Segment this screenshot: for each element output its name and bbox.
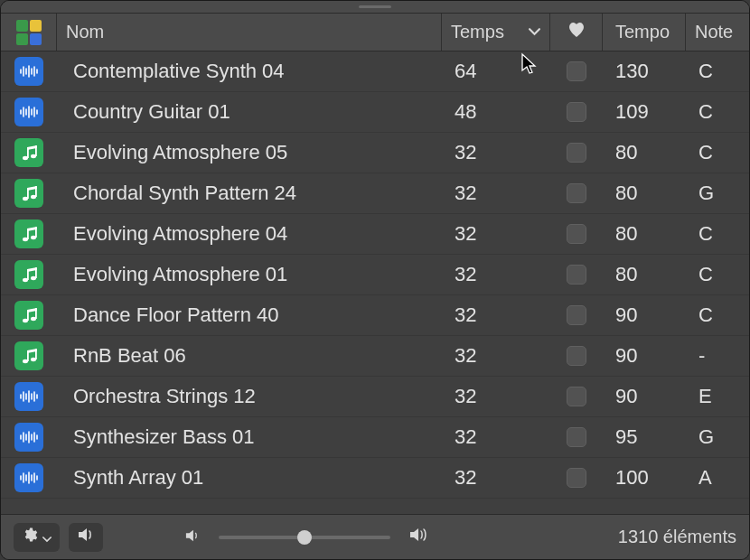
loop-key: C (698, 222, 713, 246)
favorite-cell (550, 214, 603, 254)
favorite-cell (550, 133, 603, 173)
loop-name-cell: Synthesizer Bass 01 (57, 417, 442, 457)
music-notes-icon (14, 341, 43, 370)
column-header-beats[interactable]: Temps (442, 14, 550, 51)
loop-tempo: 100 (615, 466, 649, 490)
loop-tempo: 130 (615, 60, 649, 83)
music-notes-icon (14, 219, 43, 248)
favorite-checkbox[interactable] (567, 102, 586, 122)
list-item[interactable]: Synth Array 0132100A (1, 458, 749, 499)
favorite-cell (550, 51, 603, 91)
volume-low-icon (184, 527, 201, 547)
loop-key-cell: C (686, 214, 749, 254)
loop-type-cell (1, 336, 57, 376)
favorite-checkbox[interactable] (567, 183, 586, 203)
loop-type-cell (1, 295, 57, 335)
favorite-cell (550, 295, 603, 335)
loop-tempo: 90 (615, 385, 637, 408)
audio-waveform-icon (14, 98, 43, 126)
loop-name-cell: Country Guitar 01 (57, 92, 442, 132)
loop-key-cell: C (686, 255, 749, 294)
list-item[interactable]: Evolving Atmosphere 053280C (1, 133, 749, 173)
loop-name-cell: Evolving Atmosphere 01 (57, 255, 442, 294)
favorite-checkbox[interactable] (567, 143, 586, 163)
loop-name-cell: RnB Beat 06 (57, 336, 442, 376)
favorite-cell (550, 92, 603, 132)
list-item[interactable]: Orchestra Strings 123290E (1, 377, 749, 417)
loop-key-cell: C (686, 92, 749, 132)
loop-key: C (698, 60, 713, 83)
loop-tempo: 95 (615, 425, 637, 449)
loop-type-cell (1, 51, 57, 91)
loop-name: Orchestra Strings 12 (73, 385, 256, 408)
list-item[interactable]: Synthesizer Bass 013295G (1, 417, 749, 458)
loop-key-cell: G (686, 417, 749, 457)
loop-tempo: 90 (615, 344, 637, 368)
list-item[interactable]: RnB Beat 063290- (1, 336, 749, 377)
favorite-checkbox[interactable] (567, 468, 586, 488)
favorite-checkbox[interactable] (567, 305, 586, 325)
list-item[interactable]: Dance Floor Pattern 403290C (1, 295, 749, 336)
loop-key-cell: C (686, 295, 749, 335)
results-list[interactable]: Contemplative Synth 0464130CCountry Guit… (1, 51, 749, 514)
loop-name-cell: Synth Array 01 (57, 458, 442, 498)
slider-thumb[interactable] (297, 530, 312, 545)
music-notes-icon (14, 260, 43, 289)
column-header-tempo[interactable]: Tempo (603, 14, 686, 51)
loop-name: Synth Array 01 (73, 466, 203, 490)
favorite-checkbox[interactable] (567, 387, 586, 406)
audio-waveform-icon (14, 382, 43, 411)
favorite-cell (550, 377, 603, 416)
favorite-checkbox[interactable] (567, 265, 586, 285)
favorite-cell (550, 173, 603, 213)
column-header-key[interactable]: Note (686, 14, 749, 51)
loop-tempo-cell: 109 (603, 92, 686, 132)
loop-beats: 32 (455, 385, 476, 408)
loop-name-cell: Chordal Synth Pattern 24 (57, 173, 442, 213)
loop-type-cell (1, 458, 57, 498)
loop-type-cell (1, 417, 57, 457)
preview-volume-slider[interactable] (219, 536, 390, 539)
loop-key: - (698, 344, 705, 368)
chevron-down-icon (42, 527, 52, 547)
loop-beats: 48 (455, 100, 476, 124)
audio-waveform-icon (14, 423, 43, 452)
list-item[interactable]: Contemplative Synth 0464130C (1, 51, 749, 92)
favorite-checkbox[interactable] (567, 427, 586, 447)
action-menu-button[interactable] (14, 523, 60, 552)
results-count: 1310 éléments (618, 527, 736, 547)
list-item[interactable]: Chordal Synth Pattern 243280G (1, 173, 749, 214)
speaker-icon (77, 527, 95, 547)
loop-key: C (698, 141, 713, 164)
column-label: Temps (451, 22, 504, 42)
list-item[interactable]: Evolving Atmosphere 043280C (1, 214, 749, 255)
loop-key: G (698, 425, 714, 449)
column-browser-icon (16, 20, 42, 45)
column-header-favorite[interactable] (550, 14, 603, 51)
loop-tempo-cell: 90 (603, 295, 686, 335)
gear-icon (22, 527, 38, 547)
loop-tempo: 80 (615, 141, 637, 164)
loop-name: Chordal Synth Pattern 24 (73, 182, 296, 205)
loop-name: Evolving Atmosphere 04 (73, 222, 287, 246)
loop-beats: 32 (455, 222, 476, 246)
favorite-checkbox[interactable] (567, 346, 586, 366)
loop-beats-cell: 32 (442, 133, 550, 173)
loop-key-cell: C (686, 51, 749, 91)
list-item[interactable]: Country Guitar 0148109C (1, 92, 749, 133)
loop-name-cell: Contemplative Synth 04 (57, 51, 442, 91)
view-mode-button[interactable] (1, 14, 57, 51)
loop-name-cell: Evolving Atmosphere 05 (57, 133, 442, 173)
loop-key-cell: C (686, 133, 749, 173)
loop-name: Evolving Atmosphere 05 (73, 141, 287, 164)
music-notes-icon (14, 179, 43, 208)
loop-tempo-cell: 90 (603, 377, 686, 416)
panel-drag-handle[interactable] (1, 1, 749, 14)
loop-beats-cell: 32 (442, 295, 550, 335)
column-header-name[interactable]: Nom (57, 14, 442, 51)
loop-key-cell: A (686, 458, 749, 498)
favorite-checkbox[interactable] (567, 61, 586, 81)
favorite-checkbox[interactable] (567, 224, 586, 244)
list-item[interactable]: Evolving Atmosphere 013280C (1, 255, 749, 295)
preview-play-button[interactable] (69, 523, 103, 552)
